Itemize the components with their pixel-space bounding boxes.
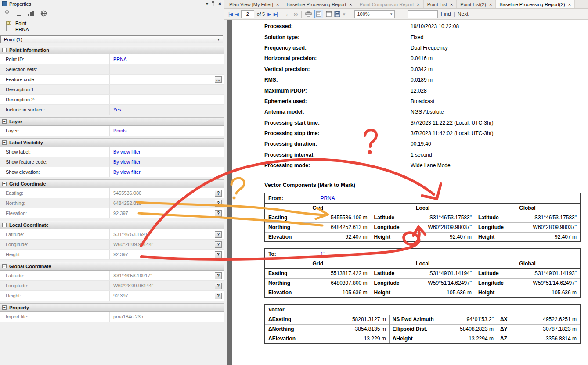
row-action-button[interactable]: ? — [215, 231, 222, 238]
property-value[interactable]: 92.397 — [109, 250, 215, 259]
section-header[interactable]: − Layer — [0, 117, 224, 126]
property-value[interactable]: By view filter — [109, 147, 224, 157]
property-row[interactable]: Show label: By view filter — [0, 147, 224, 157]
categorize-icon[interactable] — [28, 11, 34, 17]
row-action-button[interactable]: ? — [215, 210, 222, 217]
search-input[interactable] — [408, 10, 438, 18]
close-icon[interactable]: × — [276, 2, 279, 7]
property-value[interactable]: 92.397 — [109, 208, 215, 218]
row-action-button[interactable]: ? — [215, 293, 222, 299]
property-row[interactable]: Latitude: S31°46'53.16917" ? — [0, 271, 224, 281]
collapse-icon[interactable]: − — [2, 119, 7, 124]
property-row[interactable]: Elevation: 92.397 ? — [0, 208, 224, 218]
document-tab[interactable]: Point Comparison Report × — [356, 0, 424, 8]
collapse-icon[interactable]: − — [2, 182, 7, 186]
property-value[interactable]: By view filter — [109, 167, 224, 177]
property-value[interactable] — [109, 85, 224, 94]
section-header[interactable]: − Global Coordinate — [0, 262, 224, 271]
property-value[interactable] — [109, 75, 215, 84]
find-next-button[interactable]: Next — [458, 11, 469, 17]
property-row[interactable]: Longitude: W60°28'09.98144" ? — [0, 240, 224, 250]
collapse-icon[interactable]: − — [2, 305, 7, 310]
row-action-button[interactable]: ? — [215, 251, 222, 258]
object-collection-dropdown[interactable]: Point (1) ▾ — [0, 35, 223, 43]
property-row[interactable]: Layer: Points — [0, 126, 224, 136]
document-tab[interactable]: Plan View [My Filter] × — [226, 0, 283, 8]
property-value[interactable]: 92.397 — [109, 291, 215, 301]
stop-button[interactable]: ⊗ — [293, 11, 298, 18]
row-action-button[interactable]: ? — [215, 190, 222, 197]
property-row[interactable]: Feature code: ... — [0, 75, 224, 85]
property-value[interactable]: W60°28'09.98144" — [109, 240, 215, 249]
close-icon[interactable]: × — [450, 2, 453, 7]
property-value[interactable]: 6484252.818 — [109, 198, 215, 208]
minimize-icon[interactable] — [16, 11, 22, 17]
from-point-link[interactable]: PRNA — [317, 193, 580, 203]
property-value[interactable]: 5455536.080 — [109, 188, 215, 198]
pin-icon[interactable] — [211, 1, 215, 7]
row-action-button[interactable]: ? — [215, 283, 222, 289]
chevron-down-icon[interactable]: ▾ — [343, 11, 345, 17]
property-value[interactable]: Yes — [109, 105, 224, 115]
property-value[interactable] — [109, 64, 224, 74]
row-action-button[interactable]: ? — [215, 200, 222, 207]
property-row[interactable]: Description 2: — [0, 95, 224, 105]
close-icon[interactable]: × — [489, 2, 492, 7]
property-row[interactable]: Longitude: W60°28'09.98144" ? — [0, 281, 224, 291]
property-value[interactable]: W60°28'09.98144" — [109, 281, 215, 290]
close-icon[interactable]: × — [417, 2, 419, 7]
close-icon[interactable]: × — [349, 2, 352, 7]
property-value[interactable]: S31°46'53.16917" — [109, 229, 215, 239]
print-button[interactable] — [305, 11, 312, 17]
to-point-link[interactable]: 1' — [317, 249, 580, 259]
property-row[interactable]: Selection sets: — [0, 64, 224, 75]
property-row[interactable]: Northing: 6484252.818 ? — [0, 198, 224, 208]
property-row[interactable]: Latitude: S31°46'53.16917" ? — [0, 229, 224, 240]
globe-icon[interactable] — [40, 10, 47, 17]
next-page-button[interactable]: ▶ — [267, 11, 271, 17]
section-header[interactable]: − Label Visibility — [0, 138, 224, 147]
document-tab[interactable]: Baseline Processing Report × — [283, 0, 356, 8]
document-tab[interactable]: Point List(2) × — [457, 0, 496, 8]
zoom-select[interactable]: 100% ▾ — [354, 10, 395, 18]
row-action-button[interactable]: ? — [215, 272, 222, 279]
export-button[interactable] — [334, 11, 340, 17]
close-icon[interactable]: × — [568, 2, 571, 7]
property-row[interactable]: Include in surface: Yes — [0, 105, 224, 115]
property-value[interactable] — [109, 95, 224, 104]
close-icon[interactable]: × — [218, 2, 221, 6]
property-row[interactable]: Import file: prna184o.23o — [0, 312, 224, 322]
collapse-icon[interactable]: − — [2, 48, 7, 52]
section-header[interactable]: − Local Coordinate — [0, 221, 224, 229]
property-row[interactable]: Description 1: — [0, 85, 224, 95]
property-row[interactable]: Height: 92.397 ? — [0, 250, 224, 260]
property-row[interactable]: Height: 92.397 ? — [0, 291, 224, 301]
document-tab[interactable]: Baseline Processing Report(2) × — [496, 0, 575, 8]
last-page-button[interactable]: ▶| — [274, 11, 278, 17]
property-value[interactable]: Points — [109, 126, 224, 136]
property-value[interactable]: PRNA — [109, 54, 224, 64]
property-row[interactable]: Show elevation: By view filter — [0, 167, 224, 177]
pushpin-icon[interactable] — [4, 10, 10, 17]
properties-titlebar[interactable]: Properties ▾ × — [0, 0, 224, 7]
row-action-button[interactable]: ? — [215, 241, 222, 248]
chevron-down-icon[interactable]: ▾ — [206, 2, 208, 6]
report-canvas[interactable]: Processed: 19/10/2023 10:22:08 Solution … — [227, 20, 588, 365]
property-row[interactable]: Show feature code: By view filter — [0, 157, 224, 167]
collapse-icon[interactable]: − — [2, 140, 7, 145]
property-value[interactable]: prna184o.23o — [109, 312, 224, 322]
collapse-icon[interactable]: − — [2, 264, 7, 268]
first-page-button[interactable]: |◀ — [228, 11, 232, 17]
prev-page-button[interactable]: ◀ — [235, 11, 238, 17]
property-value[interactable]: By view filter — [109, 157, 224, 167]
section-header[interactable]: − Point Information — [0, 46, 224, 54]
property-value[interactable]: S31°46'53.16917" — [109, 271, 215, 280]
row-action-button[interactable]: ... — [215, 76, 222, 83]
property-row[interactable]: Point ID: PRNA — [0, 54, 224, 64]
section-header[interactable]: − Property — [0, 303, 224, 312]
collapse-icon[interactable]: − — [2, 223, 7, 227]
print-layout-toggle[interactable] — [314, 10, 323, 18]
find-button[interactable]: Find — [440, 11, 451, 17]
page-setup-button[interactable] — [326, 11, 332, 17]
back-button[interactable]: ← — [285, 11, 291, 18]
